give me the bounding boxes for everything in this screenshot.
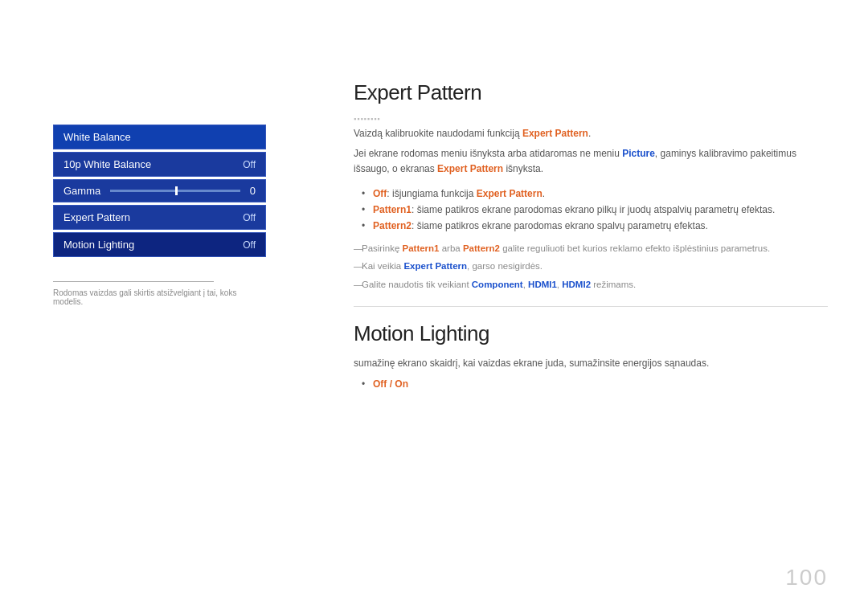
sidebar-item-white-balance[interactable]: White Balance [53,125,266,149]
em-note-2: Kai veikia Expert Pattern, garso nesigir… [354,259,828,273]
expert-pattern-intro2: Jei ekrane rodomas meniu išnyksta arba a… [354,146,828,177]
expert-pattern-section: Expert Pattern ▪▪▪▪▪▪▪▪ Vaizdą kalibruok… [354,80,828,292]
bullet-off: Off: išjungiama funkcija Expert Pattern. [362,186,828,202]
sidebar-item-gamma[interactable]: Gamma 0 [53,179,266,202]
sidebar-divider [53,281,214,282]
sidebar-item-value: Off [243,212,256,223]
expert-pattern-title: Expert Pattern [354,80,828,105]
sidebar-item-value: 0 [250,185,256,197]
bullet-off-on: Off / On [362,376,828,392]
gamma-slider[interactable] [110,190,240,192]
bullet-pattern2: Pattern2: šiame patikros ekrane parodoma… [362,218,828,234]
motion-lighting-title: Motion Lighting [354,321,828,346]
sidebar-item-label: Expert Pattern [63,211,130,223]
sidebar-item-value: Off [243,159,256,170]
main-content: Expert Pattern ▪▪▪▪▪▪▪▪ Vaizdą kalibruok… [354,80,828,398]
sidebar: White Balance 10p White Balance Off Gamm… [53,125,266,306]
sidebar-item-label: Gamma [63,185,100,197]
sidebar-item-label: White Balance [63,131,131,143]
sidebar-item-10p-white-balance[interactable]: 10p White Balance Off [53,152,266,177]
sidebar-item-label: 10p White Balance [63,158,151,170]
section-divider [354,306,828,307]
sidebar-item-motion-lighting[interactable]: Motion Lighting Off [53,232,266,257]
sidebar-item-expert-pattern[interactable]: Expert Pattern Off [53,205,266,230]
motion-lighting-bullets: Off / On [362,376,828,392]
expert-pattern-intro1: Vaizdą kalibruokite naudodami funkciją E… [354,126,828,141]
page-number: 100 [785,565,828,591]
motion-lighting-section: Motion Lighting sumažinę ekrano skaidrį,… [354,321,828,393]
sidebar-note: Rodomas vaizdas gali skirtis atsižvelgia… [53,288,266,306]
em-note-3: Galite naudotis tik veikiant Component, … [354,277,828,292]
dots-decoration: ▪▪▪▪▪▪▪▪ [354,115,828,123]
em-note-1: Pasirinkę Pattern1 arba Pattern2 galite … [354,241,828,255]
motion-lighting-desc: sumažinę ekrano skaidrį, kai vaizdas ekr… [354,356,828,371]
bullet-pattern1: Pattern1: šiame patikros ekrane parodoma… [362,202,828,218]
sidebar-item-label: Motion Lighting [63,239,134,251]
expert-pattern-bullets: Off: išjungiama funkcija Expert Pattern.… [362,186,828,235]
sidebar-item-value: Off [243,239,256,251]
